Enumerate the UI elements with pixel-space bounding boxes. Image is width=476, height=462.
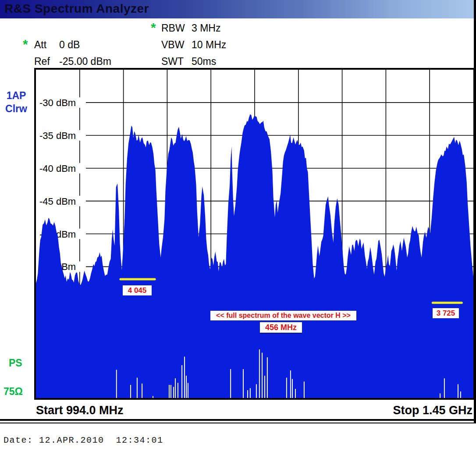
spectrum-plot: -30 dBm-35 dBm-40 dBm-45 dBm-50 dBm-55 d…: [34, 68, 475, 400]
rbw-label: RBW: [161, 22, 185, 34]
rbw-value: 3 MHz: [192, 22, 220, 34]
date-time-label: Date: 12.APR.2010 12:34:01: [4, 435, 163, 445]
title-bar: R&S Spectrum Analyzer: [0, 0, 474, 18]
svg-text:-45 dBm: -45 dBm: [39, 196, 76, 207]
spectrum-trace-canvas: -30 dBm-35 dBm-40 dBm-45 dBm-50 dBm-55 d…: [36, 70, 473, 398]
svg-text:-35 dBm: -35 dBm: [39, 130, 76, 141]
preselector-label: PS: [9, 357, 22, 369]
trace-number: 1AP: [4, 89, 29, 102]
att-label: Att: [34, 39, 46, 51]
rbw-coupled-star: *: [151, 20, 156, 35]
swt-value: 50ms: [192, 56, 216, 68]
app-title: R&S Spectrum Analyzer: [4, 2, 149, 16]
start-frequency-label: Start 994.0 MHz: [36, 404, 124, 417]
svg-text:-30 dBm: -30 dBm: [39, 97, 76, 108]
annotation-note: << full spectrum of the wave vector H >>: [210, 311, 356, 320]
separator-thick: [0, 419, 476, 421]
marker-label-1: 4 045: [123, 285, 152, 295]
att-value: 0 dB: [59, 39, 80, 51]
swt-label: SWT: [161, 56, 184, 68]
marker-label-2: 3 725: [433, 308, 459, 318]
ref-label: Ref: [34, 56, 50, 68]
stop-frequency-label: Stop 1.45 GHz: [393, 404, 472, 417]
impedance-label: 75Ω: [4, 386, 23, 398]
ref-value: -25.00 dBm: [59, 56, 111, 68]
annotation-span: 456 MHz: [260, 322, 302, 333]
separator-thin: [0, 423, 476, 423]
att-coupled-star: *: [23, 37, 28, 52]
svg-text:-40 dBm: -40 dBm: [39, 163, 76, 174]
vbw-label: VBW: [161, 39, 184, 51]
vbw-value: 10 MHz: [192, 39, 226, 51]
trace-detector: Clrw: [4, 102, 29, 115]
trace-mode-label: 1AP Clrw: [4, 89, 29, 115]
